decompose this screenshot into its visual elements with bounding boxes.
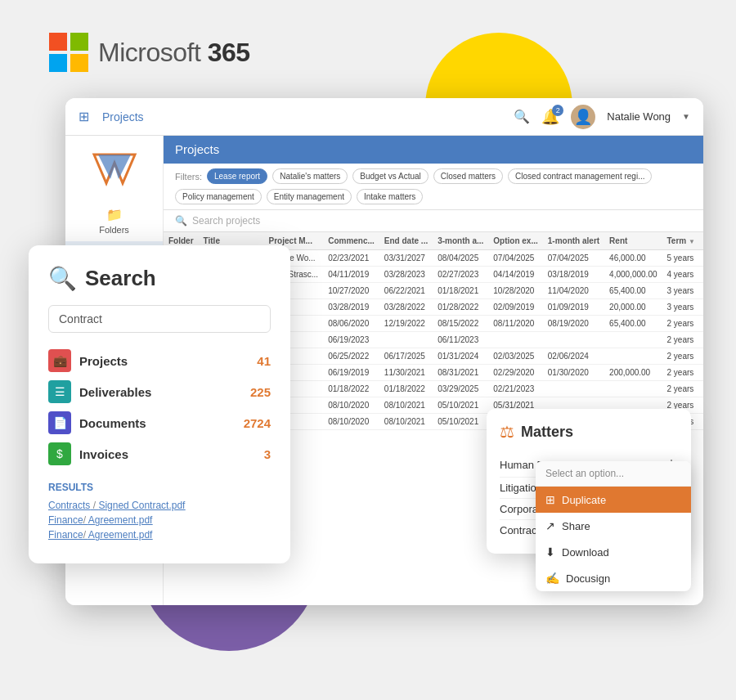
cell-state: In progress bbox=[700, 250, 703, 267]
cell-opt: 02/29/2020 bbox=[488, 365, 542, 381]
cell-commence: 10/27/2020 bbox=[323, 283, 379, 299]
col-state: State bbox=[700, 232, 703, 250]
search-result-2[interactable]: Finance/ Agreement.pdf bbox=[48, 514, 271, 526]
ms-title-light: Microsoft bbox=[98, 38, 208, 67]
cell-state: In progress bbox=[700, 299, 703, 316]
cell-1m: 11/04/2020 bbox=[543, 283, 604, 299]
cell-commence: 02/23/2021 bbox=[323, 250, 379, 267]
documents-cat-icon: 📄 bbox=[48, 411, 71, 434]
search-panel-icon: 🔍 bbox=[48, 265, 77, 292]
cell-end: 03/31/2027 bbox=[379, 250, 433, 267]
search-input[interactable] bbox=[48, 305, 271, 333]
filter-chip-policy[interactable]: Policy management bbox=[175, 189, 262, 204]
nav-projects-icon: ⊞ bbox=[79, 109, 89, 124]
search-categories: 💼 Projects 41 ☰ Deliverables 225 📄 Docum… bbox=[48, 349, 271, 465]
table-search-placeholder[interactable]: Search projects bbox=[192, 215, 260, 227]
cell-commence: 08/06/2020 bbox=[323, 316, 379, 332]
dropdown-item-duplicate[interactable]: ⊞ Duplicate bbox=[536, 487, 691, 513]
duplicate-icon: ⊞ bbox=[545, 493, 555, 506]
search-category-documents[interactable]: 📄 Documents 2724 bbox=[48, 411, 271, 434]
cell-opt: 10/28/2020 bbox=[488, 283, 542, 299]
cat-count-invoices: 3 bbox=[264, 447, 271, 461]
col-1month: 1-month alert bbox=[543, 232, 604, 250]
cat-label-invoices: Invoices bbox=[79, 447, 256, 461]
cell-end: 01/18/2022 bbox=[379, 381, 433, 397]
col-3month: 3-month a... bbox=[433, 232, 488, 250]
top-nav: ⊞ Projects 🔍 🔔 2 👤 Natalie Wong ▼ bbox=[65, 98, 703, 136]
search-category-projects[interactable]: 💼 Projects 41 bbox=[48, 349, 271, 372]
filter-chip-budget[interactable]: Budget vs Actual bbox=[352, 168, 429, 184]
cell-term: 3 years bbox=[662, 299, 700, 316]
cell-1m bbox=[543, 381, 604, 397]
cell-end: 03/28/2022 bbox=[379, 299, 433, 316]
cell-commence: 01/18/2022 bbox=[323, 381, 379, 397]
cell-term: 5 years bbox=[662, 250, 700, 267]
search-category-invoices[interactable]: $ Invoices 3 bbox=[48, 442, 271, 465]
filter-chip-natalie[interactable]: Natalie's matters bbox=[272, 168, 348, 184]
search-category-deliverables[interactable]: ☰ Deliverables 225 bbox=[48, 380, 271, 403]
filters-bar: Filters: Lease report Natalie's matters … bbox=[164, 164, 703, 210]
cell-rent: 46,000.00 bbox=[604, 250, 662, 267]
cell-opt: 08/11/2020 bbox=[488, 316, 542, 332]
cell-end bbox=[379, 332, 433, 348]
col-option: Option ex... bbox=[488, 232, 542, 250]
cell-term: 4 years bbox=[662, 267, 700, 283]
cell-1m: 03/18/2019 bbox=[543, 267, 604, 283]
search-panel: 🔍 Search 💼 Projects 41 ☰ Deliverables 22… bbox=[29, 245, 290, 563]
cell-3m: 06/11/2023 bbox=[433, 332, 488, 348]
dropdown-item-share[interactable]: ↗ Share bbox=[536, 513, 691, 539]
cell-term: 3 years bbox=[662, 283, 700, 299]
cell-end: 06/22/2021 bbox=[379, 283, 433, 299]
ms-logo-yellow bbox=[70, 54, 88, 72]
sidebar-item-folders[interactable]: 📁 Folders bbox=[65, 200, 163, 241]
cell-commence: 06/19/2019 bbox=[323, 365, 379, 381]
nav-bell-button[interactable]: 🔔 2 bbox=[541, 108, 559, 126]
cell-opt: 04/14/2019 bbox=[488, 267, 542, 283]
filter-chip-intake[interactable]: Intake matters bbox=[357, 189, 423, 204]
cell-state: Created bbox=[700, 348, 703, 365]
cell-1m bbox=[543, 332, 604, 348]
nav-bell-badge: 2 bbox=[552, 105, 563, 116]
nav-user-name: Natalie Wong bbox=[607, 110, 671, 123]
search-result-1[interactable]: Contracts / Signed Contract.pdf bbox=[48, 500, 271, 511]
filter-chip-closed-contract[interactable]: Closed contract management regi... bbox=[508, 168, 652, 184]
search-result-3[interactable]: Finance/ Agreement.pdf bbox=[48, 529, 271, 541]
cell-state: In progress bbox=[700, 267, 703, 283]
invoices-cat-icon: $ bbox=[48, 442, 71, 465]
cell-term: 2 years bbox=[662, 332, 700, 348]
cell-commence: 08/10/2020 bbox=[323, 414, 379, 430]
cell-state bbox=[700, 397, 703, 414]
dropdown-item-docusign[interactable]: ✍ Docusign bbox=[536, 565, 691, 591]
cell-rent: 4,000,000.00 bbox=[604, 267, 662, 283]
matters-icon: ⚖ bbox=[500, 422, 514, 442]
cell-state bbox=[700, 381, 703, 397]
cat-count-projects: 41 bbox=[257, 354, 271, 368]
filter-chip-lease[interactable]: Lease report bbox=[207, 168, 267, 184]
search-results-label: RESULTS bbox=[48, 482, 271, 493]
cell-1m: 02/06/2024 bbox=[543, 348, 604, 365]
dropdown-item-download[interactable]: ⬇ Download bbox=[536, 539, 691, 565]
ms-logo-blue bbox=[49, 54, 67, 72]
cell-state: In progress bbox=[700, 316, 703, 332]
cell-rent: 200,000.00 bbox=[604, 365, 662, 381]
filter-chip-entity[interactable]: Entity management bbox=[267, 189, 352, 204]
cell-end: 08/10/2021 bbox=[379, 414, 433, 430]
cell-3m: 02/27/2023 bbox=[433, 267, 488, 283]
cell-commence: 06/25/2022 bbox=[323, 348, 379, 365]
cell-3m: 01/18/2021 bbox=[433, 283, 488, 299]
cell-commence: 06/19/2023 bbox=[323, 332, 379, 348]
nav-chevron-icon[interactable]: ▼ bbox=[682, 112, 690, 121]
ms365-header: Microsoft 365 bbox=[49, 33, 250, 72]
cell-3m: 08/04/2025 bbox=[433, 250, 488, 267]
cell-1m: 08/19/2020 bbox=[543, 316, 604, 332]
nav-actions: 🔍 🔔 2 👤 Natalie Wong ▼ bbox=[514, 105, 690, 129]
search-panel-header: 🔍 Search bbox=[48, 265, 271, 292]
filter-chip-closed[interactable]: Closed matters bbox=[433, 168, 503, 184]
nav-search-icon[interactable]: 🔍 bbox=[514, 109, 530, 124]
share-icon: ↗ bbox=[545, 519, 555, 532]
cell-rent: 65,400.00 bbox=[604, 316, 662, 332]
cell-term: 2 years bbox=[662, 316, 700, 332]
folders-icon: 📁 bbox=[106, 207, 123, 222]
cat-label-deliverables: Deliverables bbox=[79, 385, 242, 399]
cell-term: 2 years bbox=[662, 348, 700, 365]
